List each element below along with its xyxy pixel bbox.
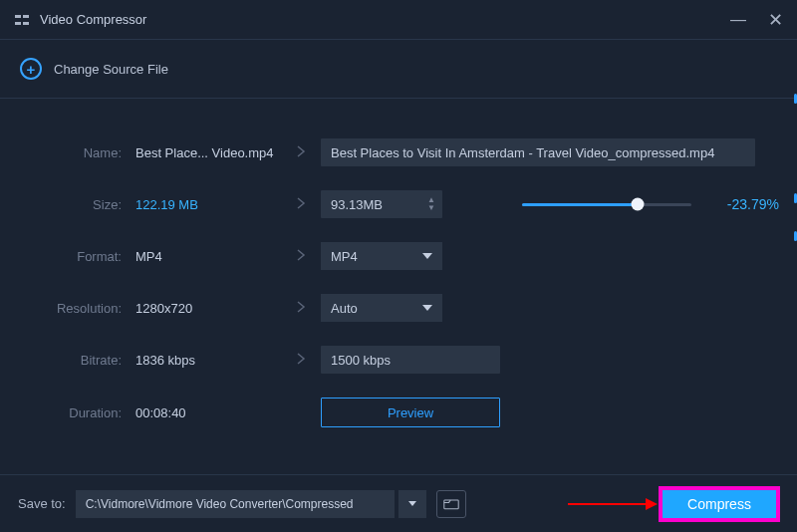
main-form: Name: Best Place... Video.mp4 Best Place… xyxy=(0,99,797,471)
save-to-label: Save to: xyxy=(18,496,66,511)
format-target-text: MP4 xyxy=(331,249,358,264)
name-target-input[interactable]: Best Places to Visit In Amsterdam - Trav… xyxy=(321,138,755,166)
window-title: Video Compressor xyxy=(40,12,730,27)
annotation-arrow xyxy=(568,496,658,512)
chevron-right-icon xyxy=(281,248,321,265)
spinner-down-icon[interactable]: ▼ xyxy=(427,204,435,212)
bitrate-source-value: 1836 kbps xyxy=(122,353,281,368)
save-path-dropdown[interactable] xyxy=(398,490,426,518)
footer-bar: Save to: C:\Vidmore\Vidmore Video Conver… xyxy=(0,474,797,532)
save-path-input[interactable]: C:\Vidmore\Vidmore Video Converter\Compr… xyxy=(76,490,395,518)
size-target-text: 93.13MB xyxy=(331,197,383,212)
row-name: Name: Best Place... Video.mp4 Best Place… xyxy=(30,138,767,166)
caret-down-icon xyxy=(422,253,432,259)
preview-button[interactable]: Preview xyxy=(321,398,500,427)
format-source-value: MP4 xyxy=(122,249,281,264)
size-spinner[interactable]: ▲ ▼ xyxy=(424,192,438,216)
duration-label: Duration: xyxy=(30,405,122,420)
title-bar: Video Compressor — ✕ xyxy=(0,0,797,40)
slider-fill xyxy=(522,203,638,206)
format-label: Format: xyxy=(30,249,122,264)
save-path-text: C:\Vidmore\Vidmore Video Converter\Compr… xyxy=(86,497,354,511)
bitrate-target-text: 1500 kbps xyxy=(331,353,391,368)
svg-marker-5 xyxy=(646,498,658,510)
name-target-text: Best Places to Visit In Amsterdam - Trav… xyxy=(331,145,714,160)
plus-circle-icon: + xyxy=(20,58,42,80)
size-target-input[interactable]: 93.13MB ▲ ▼ xyxy=(321,190,442,218)
slider-thumb[interactable] xyxy=(631,198,644,211)
chevron-right-icon xyxy=(281,196,321,213)
svg-rect-3 xyxy=(444,500,458,509)
svg-rect-2 xyxy=(21,13,23,27)
name-label: Name: xyxy=(30,145,122,160)
row-size: Size: 122.19 MB 93.13MB ▲ ▼ -23.79% xyxy=(30,190,767,218)
resolution-target-text: Auto xyxy=(331,301,358,316)
chevron-right-icon xyxy=(281,144,321,161)
resolution-label: Resolution: xyxy=(30,301,122,316)
row-resolution: Resolution: 1280x720 Auto xyxy=(30,294,767,322)
app-icon xyxy=(14,12,30,28)
size-source-value: 122.19 MB xyxy=(122,197,281,212)
size-label: Size: xyxy=(30,197,122,212)
change-source-label: Change Source File xyxy=(54,62,168,77)
row-duration: Duration: 00:08:40 Preview xyxy=(30,398,767,427)
close-button[interactable]: ✕ xyxy=(768,9,783,31)
name-source-value: Best Place... Video.mp4 xyxy=(122,145,281,160)
open-folder-button[interactable] xyxy=(436,490,466,518)
compress-button[interactable]: Compress xyxy=(660,487,779,521)
bitrate-target-input[interactable]: 1500 kbps xyxy=(321,346,500,374)
caret-down-icon xyxy=(408,501,416,506)
chevron-right-icon xyxy=(281,300,321,317)
chevron-right-icon xyxy=(281,352,321,369)
caret-down-icon xyxy=(422,305,432,311)
preview-button-label: Preview xyxy=(388,405,433,420)
resolution-source-value: 1280x720 xyxy=(122,301,281,316)
resolution-select[interactable]: Auto xyxy=(321,294,442,322)
duration-value: 00:08:40 xyxy=(122,405,281,420)
size-delta-percent: -23.79% xyxy=(709,196,779,212)
size-slider[interactable] xyxy=(522,203,691,206)
row-format: Format: MP4 MP4 xyxy=(30,242,767,270)
minimize-button[interactable]: — xyxy=(730,11,746,29)
compress-button-label: Compress xyxy=(687,496,751,512)
row-bitrate: Bitrate: 1836 kbps 1500 kbps xyxy=(30,346,767,374)
bitrate-label: Bitrate: xyxy=(30,353,122,368)
format-select[interactable]: MP4 xyxy=(321,242,442,270)
folder-icon xyxy=(443,498,459,510)
change-source-row[interactable]: + Change Source File xyxy=(0,40,797,99)
